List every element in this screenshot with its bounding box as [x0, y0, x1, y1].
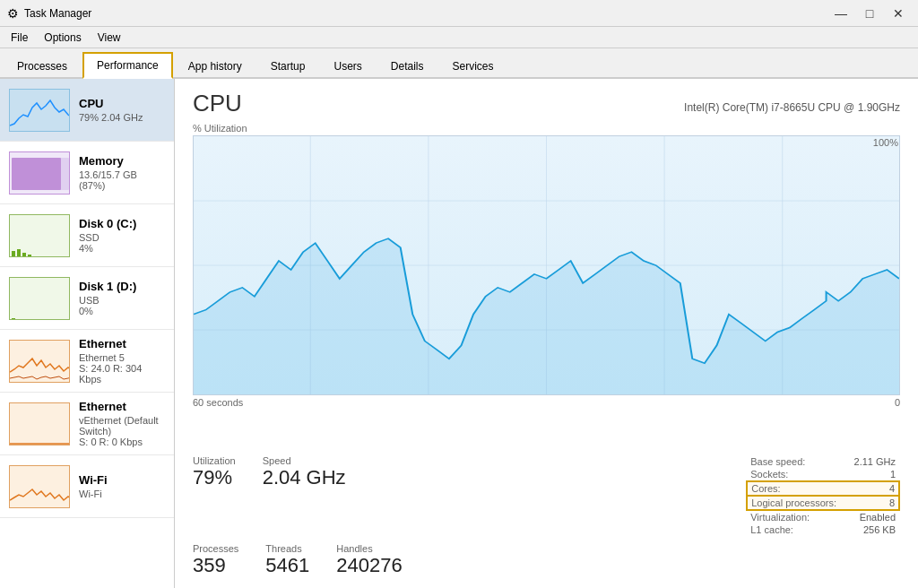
menu-file[interactable]: File [4, 30, 35, 46]
svg-rect-6 [17, 249, 21, 256]
processes-label: Processes [193, 543, 238, 554]
svg-rect-5 [12, 251, 15, 256]
memory-title: Memory [79, 154, 165, 168]
perf-item-ethernet2[interactable]: Ethernet vEthernet (Default Switch) S: 0… [0, 393, 174, 455]
ethernet1-name: Ethernet 5 [79, 352, 165, 363]
base-speed-label: Base speed: [747, 455, 845, 468]
virtualization-label: Virtualization: [747, 510, 845, 523]
base-speed-row: Base speed: 2.11 GHz [747, 455, 899, 468]
handles-stat: Handles 240276 [336, 543, 402, 577]
perf-item-cpu[interactable]: CPU 79% 2.04 GHz [0, 79, 174, 142]
cpu-title: CPU [79, 97, 165, 110]
ethernet2-name: vEthernet (Default Switch) [79, 415, 165, 437]
perf-item-ethernet1[interactable]: Ethernet Ethernet 5 S: 24.0 R: 304 Kbps [0, 330, 174, 393]
tab-performance[interactable]: Performance [82, 52, 173, 79]
sockets-value: 1 [845, 468, 899, 481]
wifi-info: Wi-Fi Wi-Fi [79, 473, 165, 499]
sockets-label: Sockets: [747, 468, 845, 481]
speed-stat: Speed 2.04 GHz [263, 455, 346, 489]
disk0-info: Disk 0 (C:) SSD 4% [79, 217, 165, 254]
ethernet1-title: Ethernet [79, 337, 165, 350]
logical-row: Logical processors: 8 [747, 496, 899, 510]
ethernet2-thumbnail [9, 402, 70, 445]
perf-item-memory[interactable]: Memory 13.6/15.7 GB (87%) [0, 142, 174, 204]
threads-value: 5461 [265, 554, 309, 577]
main-content: CPU 79% 2.04 GHz Memory 13.6/15.7 GB (87… [0, 79, 918, 588]
memory-sub: 13.6/15.7 GB (87%) [79, 169, 165, 191]
disk1-type: USB [79, 295, 165, 306]
disk1-title: Disk 1 (D:) [79, 280, 165, 293]
title-bar-controls: — □ ✕ [828, 4, 911, 23]
virtualization-row: Virtualization: Enabled [747, 510, 899, 523]
bottom-stats: Processes 359 Threads 5461 Handles 24027… [193, 543, 900, 577]
ethernet1-info: Ethernet Ethernet 5 S: 24.0 R: 304 Kbps [79, 337, 165, 385]
close-button[interactable]: ✕ [886, 4, 911, 23]
title-bar: ⚙ Task Manager — □ ✕ [0, 0, 918, 27]
svg-rect-9 [10, 278, 70, 320]
minimize-button[interactable]: — [828, 4, 853, 23]
chart-x-left: 60 seconds [193, 397, 243, 408]
ethernet2-title: Ethernet [79, 400, 165, 413]
processes-value: 359 [193, 554, 238, 577]
tab-services[interactable]: Services [439, 54, 507, 79]
cores-row: Cores: 4 [747, 481, 899, 496]
ethernet1-thumbnail [9, 340, 70, 383]
cpu-chart [193, 135, 900, 395]
menu-view[interactable]: View [91, 30, 128, 46]
processes-stat: Processes 359 [193, 543, 238, 577]
disk1-info: Disk 1 (D:) USB 0% [79, 280, 165, 316]
tab-bar: Processes Performance App history Startu… [0, 48, 918, 79]
perf-item-disk0[interactable]: Disk 0 (C:) SSD 4% [0, 204, 174, 267]
speed-label: Speed [263, 455, 346, 466]
perf-item-disk1[interactable]: Disk 1 (D:) USB 0% [0, 267, 174, 330]
svg-rect-7 [22, 253, 26, 256]
tab-details[interactable]: Details [377, 54, 437, 79]
disk0-thumbnail [9, 214, 70, 257]
chart-area: % Utilization [193, 123, 900, 443]
ethernet2-speed: S: 0 R: 0 Kbps [79, 437, 165, 447]
tab-startup[interactable]: Startup [257, 54, 319, 79]
utilization-stat: Utilization 79% [193, 455, 236, 489]
chart-x-right: 0 [895, 397, 900, 408]
cores-value: 4 [845, 481, 899, 496]
svg-rect-3 [12, 158, 61, 190]
left-panel: CPU 79% 2.04 GHz Memory 13.6/15.7 GB (87… [0, 79, 175, 588]
disk1-usage: 0% [79, 306, 165, 316]
memory-info: Memory 13.6/15.7 GB (87%) [79, 154, 165, 191]
threads-stat: Threads 5461 [265, 543, 309, 577]
threads-label: Threads [265, 543, 309, 554]
logical-value: 8 [845, 496, 899, 510]
title-bar-left: ⚙ Task Manager [7, 6, 91, 21]
cpu-thumbnail [9, 89, 70, 132]
handles-value: 240276 [336, 554, 402, 577]
tab-users[interactable]: Users [320, 54, 375, 79]
chart-y-label: % Utilization [193, 123, 900, 134]
l1-label: L1 cache: [747, 523, 845, 536]
cpu-sub: 79% 2.04 GHz [79, 112, 165, 123]
maximize-button[interactable]: □ [857, 4, 882, 23]
svg-rect-13 [10, 466, 70, 508]
cpu-panel-title: CPU [193, 90, 242, 117]
wifi-title: Wi-Fi [79, 473, 165, 487]
util-value: 79% [193, 466, 236, 489]
cpu-model: Intel(R) Core(TM) i7-8665U CPU @ 1.90GHz [684, 101, 900, 114]
tab-processes[interactable]: Processes [4, 54, 81, 79]
tab-app-history[interactable]: App history [175, 54, 255, 79]
ethernet2-info: Ethernet vEthernet (Default Switch) S: 0… [79, 400, 165, 447]
svg-rect-8 [28, 255, 31, 256]
l1-value: 256 KB [845, 523, 899, 536]
virtualization-value: Enabled [845, 510, 899, 523]
wifi-thumbnail [9, 465, 70, 508]
handles-label: Handles [336, 543, 402, 554]
stats-area: Utilization 79% Speed 2.04 GHz Base spee… [193, 455, 900, 536]
perf-item-wifi[interactable]: Wi-Fi Wi-Fi [0, 455, 174, 518]
cores-label: Cores: [747, 481, 845, 496]
system-stats-table: Base speed: 2.11 GHz Sockets: 1 Cores: 4… [746, 455, 900, 536]
ethernet1-speed: S: 24.0 R: 304 Kbps [79, 363, 165, 385]
right-panel: CPU Intel(R) Core(TM) i7-8665U CPU @ 1.9… [175, 79, 918, 588]
disk0-type: SSD [79, 232, 165, 243]
cpu-info: CPU 79% 2.04 GHz [79, 97, 165, 123]
menu-options[interactable]: Options [37, 30, 88, 46]
disk0-usage: 4% [79, 243, 165, 254]
app-title: Task Manager [24, 7, 91, 20]
